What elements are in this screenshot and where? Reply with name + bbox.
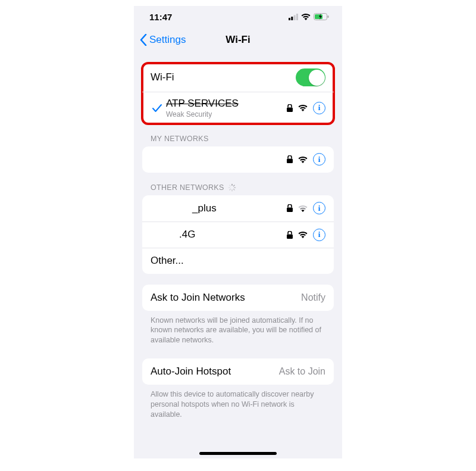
auto-join-group: Auto-Join Hotspot Ask to Join (142, 358, 334, 385)
auto-join-row[interactable]: Auto-Join Hotspot Ask to Join (142, 358, 334, 385)
my-networks-header: MY NETWORKS (142, 135, 334, 146)
checkmark-icon (152, 104, 162, 113)
svg-rect-1 (291, 17, 293, 20)
info-button[interactable]: i (313, 102, 325, 114)
svg-rect-0 (289, 18, 290, 20)
connected-network-row[interactable]: ATP SERVICES Weak Security i (142, 92, 334, 124)
wifi-toggle-row[interactable]: Wi-Fi (142, 63, 334, 92)
nav-header: Settings Wi-Fi (134, 27, 342, 52)
svg-rect-8 (287, 159, 293, 164)
back-button[interactable]: Settings (140, 34, 186, 46)
network-name: .4G (179, 229, 287, 241)
wifi-strength-icon (298, 231, 308, 238)
other-network-row[interactable]: Other... (142, 248, 334, 274)
spinner-icon (228, 183, 236, 192)
svg-rect-3 (296, 14, 298, 20)
status-icons (289, 13, 329, 20)
lock-icon (287, 104, 293, 112)
network-name: _plus (192, 202, 287, 214)
wifi-strength-icon (298, 205, 308, 212)
my-networks-group: i (142, 146, 334, 173)
svg-line-14 (230, 189, 231, 190)
svg-rect-18 (287, 234, 293, 239)
other-networks-group: _plus i .4G i Other... (142, 195, 334, 274)
svg-line-12 (233, 189, 234, 190)
wifi-main-group: Wi-Fi ATP SERVICES Weak Security i (142, 63, 334, 124)
ask-to-join-value: Notify (301, 292, 325, 303)
lock-icon (287, 155, 293, 163)
status-bar: 11:47 (134, 6, 342, 27)
battery-icon (314, 13, 329, 20)
info-button[interactable]: i (313, 153, 325, 166)
other-networks-header: OTHER NETWORKS (142, 183, 334, 195)
other-label: Other... (151, 255, 184, 267)
wifi-settings-screen: 11:47 Settings Wi-Fi Wi-Fi (134, 6, 342, 458)
svg-rect-17 (287, 208, 293, 213)
svg-rect-6 (328, 15, 329, 18)
toggle-knob (309, 70, 325, 86)
wifi-strength-icon (298, 104, 308, 111)
wifi-strength-icon (298, 156, 308, 163)
svg-rect-7 (287, 107, 293, 112)
network-row[interactable]: _plus i (142, 195, 334, 222)
ask-to-join-row[interactable]: Ask to Join Networks Notify (142, 285, 334, 311)
svg-rect-2 (294, 15, 296, 20)
network-row[interactable]: .4G i (142, 222, 334, 248)
home-indicator[interactable] (199, 452, 277, 455)
auto-join-footer: Allow this device to automatically disco… (142, 389, 334, 420)
connected-network-name: ATP SERVICES (166, 98, 287, 110)
cellular-icon (289, 14, 298, 20)
info-button[interactable]: i (313, 202, 325, 214)
lock-icon (287, 231, 293, 239)
wifi-toggle-label: Wi-Fi (151, 71, 174, 83)
wifi-icon (301, 13, 311, 20)
wifi-toggle[interactable] (296, 68, 325, 86)
auto-join-label: Auto-Join Hotspot (151, 366, 231, 378)
network-row[interactable]: i (142, 146, 334, 173)
info-button[interactable]: i (313, 229, 325, 241)
ask-to-join-group: Ask to Join Networks Notify (142, 285, 334, 311)
chevron-left-icon (140, 34, 147, 46)
ask-to-join-label: Ask to Join Networks (151, 292, 245, 304)
page-title: Wi-Fi (226, 34, 250, 46)
svg-line-10 (233, 185, 234, 186)
scroll-content: Wi-Fi ATP SERVICES Weak Security i (134, 63, 342, 420)
connected-network-subtitle: Weak Security (166, 110, 287, 118)
lock-icon (287, 204, 293, 212)
auto-join-value: Ask to Join (279, 366, 325, 377)
status-time: 11:47 (149, 12, 172, 22)
ask-to-join-footer: Known networks will be joined automatica… (142, 316, 334, 346)
back-label: Settings (149, 34, 186, 46)
svg-line-16 (230, 185, 231, 186)
